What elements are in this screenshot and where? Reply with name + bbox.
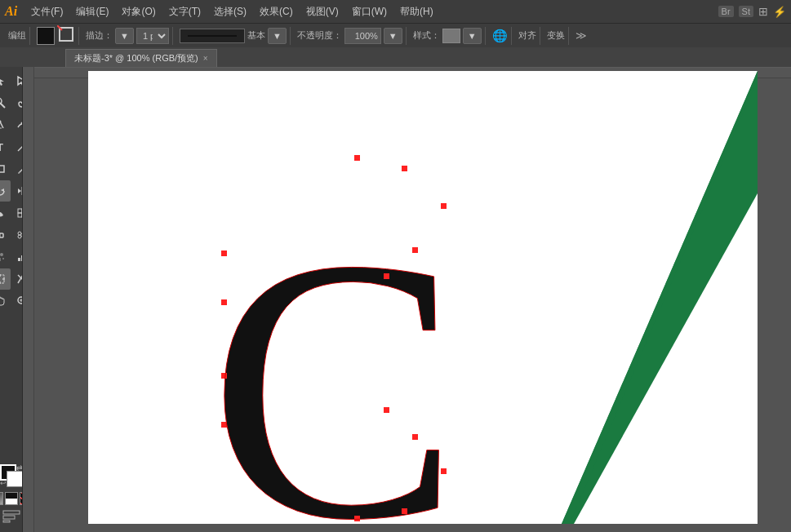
svg-rect-18 xyxy=(0,233,3,237)
menu-edit[interactable]: 编辑(E) xyxy=(70,3,114,20)
style-swatch[interactable] xyxy=(442,29,460,43)
fill-color-swatch[interactable] xyxy=(37,27,55,45)
live-paint-bucket-tool[interactable] xyxy=(0,202,11,224)
swap-colors-icon[interactable]: ⇄ xyxy=(16,464,23,472)
slice-tool[interactable] xyxy=(11,268,23,290)
svg-rect-42 xyxy=(3,521,10,522)
opacity-input[interactable] xyxy=(344,28,381,44)
type-tools-row: T xyxy=(0,136,23,157)
gradient-icon[interactable] xyxy=(5,492,18,505)
color-icon[interactable] xyxy=(0,492,3,505)
app-logo: Ai xyxy=(5,4,17,19)
menu-help[interactable]: 帮助(H) xyxy=(394,3,439,20)
color-box: ⇄ ↩ xyxy=(0,461,23,529)
shape-tools-row xyxy=(0,158,23,180)
sync-icon[interactable]: ⚡ xyxy=(773,6,786,18)
svg-rect-28 xyxy=(18,258,20,261)
svg-point-5 xyxy=(0,98,2,104)
column-graph-tool[interactable] xyxy=(11,246,23,268)
svg-point-20 xyxy=(18,232,21,235)
stroke-icon xyxy=(57,25,75,43)
zoom-tool[interactable] xyxy=(11,290,23,312)
green-notch-cutout xyxy=(574,193,758,524)
symbol-sprayer-tool[interactable] xyxy=(0,246,11,268)
stack-icon-group xyxy=(2,510,20,525)
selection-tools-row xyxy=(0,70,23,91)
fg-bg-colors: ⇄ ↩ xyxy=(0,464,23,487)
more-options-icon[interactable]: ≫ xyxy=(575,29,587,42)
menu-select[interactable]: 选择(S) xyxy=(208,3,252,20)
stock-icon[interactable]: St xyxy=(739,6,753,17)
selection-tool[interactable] xyxy=(0,70,11,91)
magic-wand-tool[interactable] xyxy=(0,92,11,113)
default-colors-icon[interactable]: ↩ xyxy=(0,480,7,487)
web-icon[interactable]: 🌐 xyxy=(492,29,508,43)
canvas-area: C xyxy=(23,67,791,532)
stroke-down-btn[interactable]: ▼ xyxy=(115,28,134,44)
artwork-svg: C xyxy=(88,71,758,524)
tab-title: 未标题-3* @ 100% (RGB/预览) xyxy=(74,52,198,64)
document-tab[interactable]: 未标题-3* @ 100% (RGB/预览) × xyxy=(65,49,217,67)
tab-bar: 未标题-3* @ 100% (RGB/预览) × xyxy=(0,47,791,67)
bridge-icon[interactable]: Br xyxy=(718,6,734,17)
menu-file[interactable]: 文件(F) xyxy=(25,3,69,20)
menu-text[interactable]: 文字(T) xyxy=(163,3,207,20)
opacity-group: 不透明度： ▼ xyxy=(294,27,407,45)
main-area: T xyxy=(0,67,791,532)
curvature-tool[interactable] xyxy=(11,114,23,135)
rotate-tools-row xyxy=(0,180,23,202)
stroke-width-select[interactable]: 1 pt2 pt3 pt xyxy=(136,28,169,44)
rectangle-tool[interactable] xyxy=(0,158,11,180)
line-tool[interactable] xyxy=(11,136,23,157)
svg-rect-14 xyxy=(18,209,22,213)
pen-tools-row xyxy=(0,114,23,135)
workspace-icon[interactable]: ⊞ xyxy=(758,5,768,18)
menu-effect[interactable]: 效果(C) xyxy=(254,3,299,20)
opacity-label: 不透明度： xyxy=(297,29,342,42)
live-paint-selection-tool[interactable] xyxy=(11,202,23,224)
magic-wand-row xyxy=(0,92,23,113)
line-label: 基本 xyxy=(247,29,265,42)
anchor-upper-right xyxy=(402,166,407,171)
toolbox: T xyxy=(0,67,23,532)
svg-point-21 xyxy=(18,235,21,238)
paint-tools-row xyxy=(0,202,23,224)
opacity-dropdown-btn[interactable]: ▼ xyxy=(384,28,402,44)
letter-c-selection-outline: C xyxy=(209,181,460,524)
hand-tool[interactable] xyxy=(0,290,11,312)
stroke-line-preview xyxy=(180,29,245,43)
menu-object[interactable]: 对象(O) xyxy=(116,3,161,20)
menu-view[interactable]: 视图(V) xyxy=(300,3,344,20)
align-label: 对齐 xyxy=(518,29,536,42)
align-group: 对齐 xyxy=(515,27,540,45)
scissors-tool[interactable] xyxy=(11,224,23,246)
eraser-tools-row xyxy=(0,224,23,246)
line-dropdown-btn[interactable]: ▼ xyxy=(268,28,287,44)
align-distribute-icon[interactable] xyxy=(2,510,20,523)
style-dropdown-btn[interactable]: ▼ xyxy=(463,28,482,44)
stroke-indicator[interactable] xyxy=(57,25,75,46)
extra-options-group: ≫ xyxy=(572,27,590,45)
stroke-width-group: 描边： ▼ 1 pt2 pt3 pt xyxy=(82,27,173,45)
symbol-tools-row xyxy=(0,246,23,268)
pencil-tool[interactable] xyxy=(11,158,23,180)
svg-rect-16 xyxy=(18,213,22,217)
background-color[interactable] xyxy=(7,471,23,487)
web-icon-group: 🌐 xyxy=(489,27,512,45)
lasso-tool[interactable] xyxy=(11,92,23,113)
svg-rect-41 xyxy=(3,516,15,519)
eraser-tool[interactable] xyxy=(0,224,11,246)
group-label-group: 编组 xyxy=(5,27,30,45)
type-tool[interactable]: T xyxy=(0,136,11,157)
menu-window[interactable]: 窗口(W) xyxy=(346,3,393,20)
vertical-ruler xyxy=(23,67,34,532)
reflect-tool[interactable] xyxy=(11,180,23,202)
stroke-line-group: 基本 ▼ xyxy=(176,27,291,45)
pen-tool[interactable] xyxy=(0,114,11,135)
tab-close-btn[interactable]: × xyxy=(203,54,208,63)
artboard-tool[interactable] xyxy=(0,268,11,290)
stroke-label: 描边： xyxy=(86,29,113,42)
direct-selection-tool[interactable] xyxy=(11,70,23,91)
rotate-tool[interactable] xyxy=(0,180,11,202)
letter-c-group: C xyxy=(209,155,477,524)
